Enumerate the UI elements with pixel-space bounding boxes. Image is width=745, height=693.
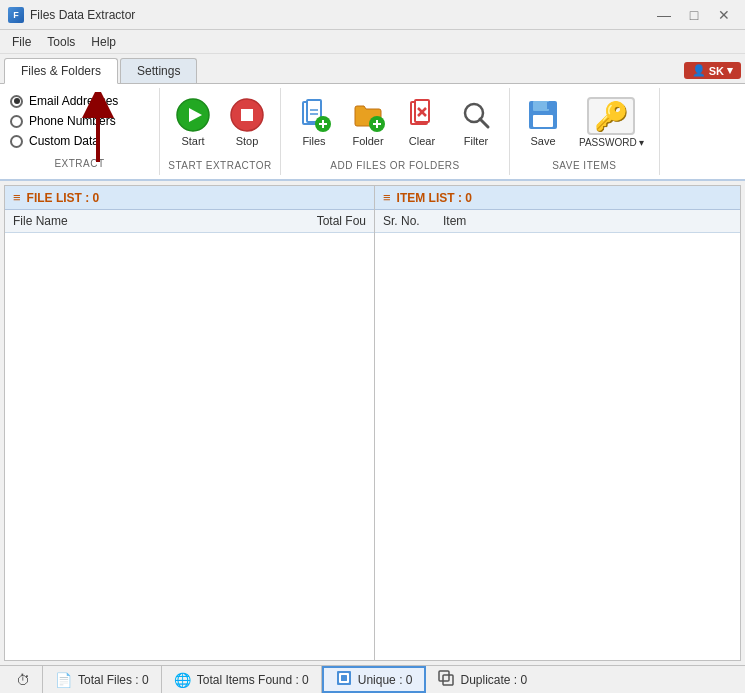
svg-rect-30 bbox=[443, 675, 453, 685]
ribbon-save-section: Save 🔑 PASSWORD ▾ SAVE ITEMS bbox=[510, 88, 660, 175]
radio-email[interactable]: Email Addresses bbox=[10, 94, 149, 108]
maximize-button[interactable]: □ bbox=[681, 5, 707, 25]
app-icon: F bbox=[8, 7, 24, 23]
files-section-label: ADD FILES OR FOLDERS bbox=[330, 156, 459, 171]
file-list-header-label: FILE LIST : 0 bbox=[27, 191, 100, 205]
total-items-label: Total Items Found : 0 bbox=[197, 673, 309, 687]
svg-rect-22 bbox=[533, 115, 553, 127]
save-section-label: SAVE ITEMS bbox=[552, 156, 616, 171]
item-list-header: ≡ ITEM LIST : 0 bbox=[375, 186, 740, 210]
main-content: ≡ FILE LIST : 0 File Name Total Fou ≡ IT… bbox=[4, 185, 741, 661]
item-list-header-icon: ≡ bbox=[383, 190, 391, 205]
svg-rect-28 bbox=[341, 675, 347, 681]
ribbon-extract-section: Email Addresses Phone Numbers Custom Dat… bbox=[0, 88, 160, 175]
folder-label: Folder bbox=[352, 135, 383, 147]
tab-files-folders[interactable]: Files & Folders bbox=[4, 58, 118, 84]
radio-email-label: Email Addresses bbox=[29, 94, 118, 108]
col-item: Item bbox=[443, 214, 732, 228]
unique-label: Unique : 0 bbox=[358, 673, 413, 687]
tab-bar: Files & Folders Settings 👤 SK ▾ bbox=[0, 54, 745, 84]
ribbon: Email Addresses Phone Numbers Custom Dat… bbox=[0, 84, 745, 181]
clear-label: Clear bbox=[409, 135, 435, 147]
history-icon: ⏱ bbox=[16, 672, 30, 688]
stop-button[interactable]: Stop bbox=[222, 92, 272, 152]
svg-line-19 bbox=[480, 119, 488, 127]
extract-section-label: EXTRACT bbox=[10, 154, 149, 169]
file-list-col-header: File Name Total Fou bbox=[5, 210, 374, 233]
start-label: Start bbox=[181, 135, 204, 147]
item-list-header-label: ITEM LIST : 0 bbox=[397, 191, 472, 205]
minimize-button[interactable]: — bbox=[651, 5, 677, 25]
password-dropdown-icon: ▾ bbox=[639, 137, 644, 148]
total-items-icon: 🌐 bbox=[174, 672, 191, 688]
start-button[interactable]: Start bbox=[168, 92, 218, 152]
dropdown-arrow-icon: ▾ bbox=[727, 64, 733, 77]
radio-custom[interactable]: Custom Data bbox=[10, 134, 149, 148]
radio-phone[interactable]: Phone Numbers bbox=[10, 114, 149, 128]
radio-phone-circle bbox=[10, 115, 23, 128]
duplicate-label: Duplicate : 0 bbox=[460, 673, 527, 687]
folder-button[interactable]: Folder bbox=[343, 92, 393, 152]
save-icon bbox=[525, 97, 561, 133]
col-sr-no: Sr. No. bbox=[383, 214, 443, 228]
filter-label: Filter bbox=[464, 135, 488, 147]
svg-rect-3 bbox=[241, 109, 253, 121]
filter-icon bbox=[458, 97, 494, 133]
close-button[interactable]: ✕ bbox=[711, 5, 737, 25]
clear-icon bbox=[404, 97, 440, 133]
files-label: Files bbox=[302, 135, 325, 147]
radio-custom-circle bbox=[10, 135, 23, 148]
menu-tools[interactable]: Tools bbox=[39, 33, 83, 51]
clear-button[interactable]: Clear bbox=[397, 92, 447, 152]
user-label: SK bbox=[709, 65, 724, 77]
user-badge[interactable]: 👤 SK ▾ bbox=[684, 62, 741, 79]
title-bar: F Files Data Extractor — □ ✕ bbox=[0, 0, 745, 30]
files-icon bbox=[296, 97, 332, 133]
user-icon: 👤 bbox=[692, 64, 706, 77]
svg-rect-29 bbox=[439, 671, 449, 681]
stop-icon bbox=[229, 97, 265, 133]
files-button[interactable]: Files bbox=[289, 92, 339, 152]
ribbon-files-section: Files Folder bbox=[281, 88, 510, 175]
menu-help[interactable]: Help bbox=[83, 33, 124, 51]
radio-custom-label: Custom Data bbox=[29, 134, 99, 148]
password-button[interactable]: 🔑 PASSWORD ▾ bbox=[572, 92, 651, 153]
start-section-label: START EXTRACTOR bbox=[168, 156, 271, 171]
app-title: Files Data Extractor bbox=[30, 8, 135, 22]
password-label: PASSWORD ▾ bbox=[579, 137, 644, 148]
item-list-panel: ≡ ITEM LIST : 0 Sr. No. Item bbox=[375, 186, 740, 660]
total-files-label: Total Files : 0 bbox=[78, 673, 149, 687]
svg-rect-23 bbox=[547, 102, 551, 109]
status-total-items: 🌐 Total Items Found : 0 bbox=[162, 666, 322, 693]
file-list-header-icon: ≡ bbox=[13, 190, 21, 205]
status-total-files: 📄 Total Files : 0 bbox=[43, 666, 162, 693]
status-bar: ⏱ 📄 Total Files : 0 🌐 Total Items Found … bbox=[0, 665, 745, 693]
filter-button[interactable]: Filter bbox=[451, 92, 501, 152]
status-unique: Unique : 0 bbox=[322, 666, 427, 693]
ribbon-start-section: Start Stop START EXTRACTOR bbox=[160, 88, 281, 175]
menu-file[interactable]: File bbox=[4, 33, 39, 51]
radio-email-circle bbox=[10, 95, 23, 108]
start-icon bbox=[175, 97, 211, 133]
duplicate-icon bbox=[438, 670, 454, 689]
window-controls: — □ ✕ bbox=[651, 5, 737, 25]
radio-phone-label: Phone Numbers bbox=[29, 114, 116, 128]
total-files-icon: 📄 bbox=[55, 672, 72, 688]
col-file-name: File Name bbox=[13, 214, 286, 228]
file-list-header: ≡ FILE LIST : 0 bbox=[5, 186, 374, 210]
password-icon: 🔑 bbox=[587, 97, 635, 135]
svg-rect-21 bbox=[533, 101, 549, 111]
item-list-rows bbox=[375, 233, 740, 660]
item-list-col-header: Sr. No. Item bbox=[375, 210, 740, 233]
col-total-found: Total Fou bbox=[286, 214, 366, 228]
tab-settings[interactable]: Settings bbox=[120, 58, 197, 83]
file-list-panel: ≡ FILE LIST : 0 File Name Total Fou bbox=[5, 186, 375, 660]
menu-bar: File Tools Help bbox=[0, 30, 745, 54]
stop-label: Stop bbox=[236, 135, 259, 147]
file-list-rows bbox=[5, 233, 374, 660]
save-label: Save bbox=[530, 135, 555, 147]
status-history[interactable]: ⏱ bbox=[4, 666, 43, 693]
unique-icon bbox=[336, 670, 352, 689]
save-button[interactable]: Save bbox=[518, 92, 568, 152]
status-duplicate: Duplicate : 0 bbox=[426, 666, 539, 693]
